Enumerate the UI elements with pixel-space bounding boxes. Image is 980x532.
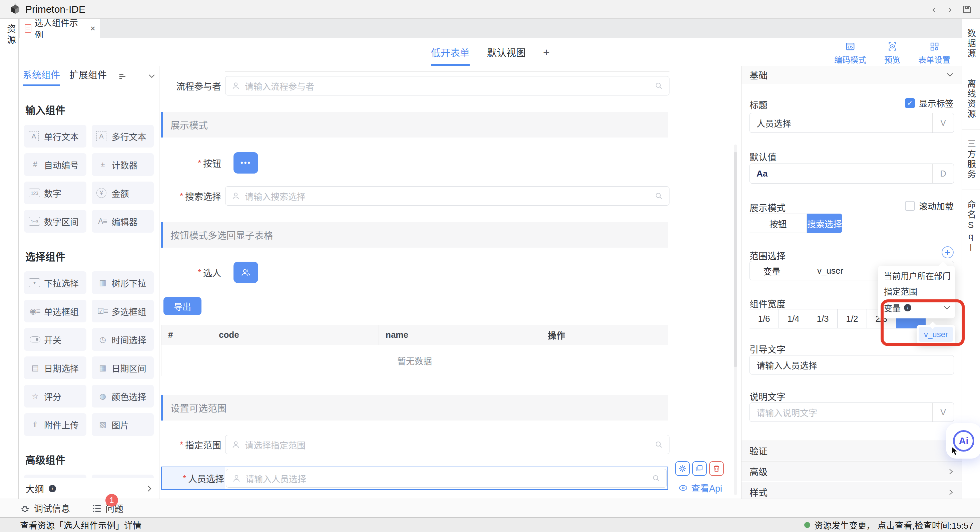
resources-rail-item[interactable]: 资源 <box>4 24 18 46</box>
add-range-button[interactable] <box>942 246 954 258</box>
component-card[interactable]: ¥ 金额 <box>92 182 154 204</box>
tab-extend-components[interactable]: 扩展组件 <box>69 66 107 86</box>
component-card[interactable]: 1~3 数字区间 <box>24 210 86 233</box>
person-input[interactable]: 请输入人员选择 <box>226 469 667 487</box>
component-card[interactable]: A 多行文本 <box>92 125 154 148</box>
dropdown-option[interactable]: 当前用户所在部门 <box>878 268 955 284</box>
component-icon: ☆ <box>29 392 41 401</box>
picker-dots-button[interactable]: ••• <box>234 152 258 174</box>
preview-eye-icon <box>887 41 897 51</box>
inspector-collapsed-section[interactable]: 验证 <box>741 441 962 461</box>
range-type-dropdown: 当前用户所在部门指定范围 变量 i <box>878 266 955 319</box>
nav-forward-icon[interactable]: › <box>943 2 957 17</box>
close-tab-icon[interactable]: × <box>91 23 95 34</box>
rail-item[interactable]: 数据源 <box>962 19 980 69</box>
default-value-input[interactable]: Aa D <box>749 164 954 183</box>
inspector-collapsed-section[interactable]: 高级 <box>741 461 962 482</box>
dropdown-option[interactable]: 指定范围 <box>878 284 955 300</box>
inspector-section-basic[interactable]: 基础 <box>741 66 962 84</box>
rail-item[interactable]: 三方服务 <box>962 129 980 190</box>
save-icon[interactable] <box>962 4 972 14</box>
scroll-load-checkbox[interactable]: 滚动加载 <box>905 199 954 212</box>
component-card[interactable]: ▥ 树形下拉 <box>92 271 154 294</box>
expression-toggle[interactable]: V <box>932 113 954 132</box>
component-card[interactable]: ⇧ 附件上传 <box>24 413 86 436</box>
range-input[interactable]: 请选择指定范围 <box>225 435 670 454</box>
section-header: 设置可选范围 <box>161 395 668 421</box>
outline-bar[interactable]: 大纲 i <box>19 478 159 499</box>
form-settings-button[interactable]: 表单设置 <box>918 41 950 65</box>
delete-field-button[interactable] <box>709 461 724 476</box>
section-title: 高级组件 <box>25 452 153 467</box>
column-header: 操作 <box>541 325 668 345</box>
segment-option[interactable]: 按钮 <box>749 213 807 233</box>
menu-icon[interactable] <box>119 73 126 80</box>
help-text-input[interactable]: 请输入说明文字 V <box>749 403 954 422</box>
component-card[interactable]: ◍ 颜色选择 <box>92 385 154 408</box>
guide-text-input[interactable]: 请输入人员选择 <box>749 355 954 374</box>
component-card[interactable]: ☑≡ 多选框组 <box>92 300 154 322</box>
title-input[interactable]: 人员选择 V <box>749 113 954 133</box>
component-card[interactable]: ◉≡ 单选框组 <box>24 300 86 322</box>
subtable-header: #codename操作 <box>161 325 668 345</box>
component-icon: ▦ <box>96 363 109 373</box>
variable-option-selected[interactable]: v_user <box>919 327 953 342</box>
field-settings-button[interactable] <box>675 461 690 476</box>
person-icon <box>232 474 241 483</box>
width-option[interactable]: 1/6 <box>749 309 779 328</box>
people-picker-button[interactable] <box>234 262 258 283</box>
search-select-input[interactable]: 请输入搜索选择 <box>225 186 670 205</box>
component-card[interactable]: 品 机构选择 <box>92 475 154 478</box>
debug-bar: 调试信息 问题 <box>0 499 980 517</box>
component-icon: 123 <box>29 189 40 197</box>
expression-toggle[interactable]: D <box>932 164 954 183</box>
file-tab[interactable]: 选人组件示例 × <box>20 19 100 38</box>
participant-input[interactable]: 请输入流程参与者 <box>225 76 670 96</box>
nav-back-icon[interactable]: ‹ <box>927 2 941 17</box>
expression-toggle[interactable]: V <box>932 403 954 422</box>
component-card[interactable]: ± 计数器 <box>92 153 154 176</box>
export-button[interactable]: 导出 <box>164 297 202 315</box>
component-card[interactable]: ▤ 日期选择 <box>24 357 86 379</box>
component-card[interactable]: A≡ 编辑器 <box>92 210 154 233</box>
field-label: *人员选择 <box>162 467 225 489</box>
collapse-panel-icon[interactable] <box>148 73 156 79</box>
component-card[interactable]: ☆ 评分 <box>24 385 86 408</box>
status-left-text[interactable]: 查看资源「选人组件示例」详情 <box>20 519 142 531</box>
show-label-checkbox[interactable]: ✓ 显示标签 <box>905 97 954 109</box>
view-tab[interactable]: 低开表单 <box>431 38 470 66</box>
copy-field-button[interactable] <box>692 461 707 476</box>
component-card[interactable]: ▧ 图片 <box>92 413 154 436</box>
view-tab[interactable]: 默认视图 <box>487 38 526 66</box>
view-api-link[interactable]: 查看Api <box>678 481 722 494</box>
component-card[interactable]: ◯ 人员选择 <box>24 475 86 478</box>
component-card[interactable]: 开关 <box>24 328 86 351</box>
component-card[interactable]: # 自动编号 <box>24 153 86 176</box>
component-card[interactable]: ◷ 时间选择 <box>92 328 154 351</box>
component-card[interactable]: A 单行文本 <box>24 125 86 148</box>
section-title: 选择组件 <box>25 248 153 263</box>
issues-count-badge: 1 <box>105 494 118 507</box>
toolbar-actions: 编码模式 预览 表单设置 <box>834 41 950 65</box>
chevron-right-icon[interactable] <box>146 484 153 493</box>
width-option[interactable]: 1/4 <box>779 309 808 328</box>
dropdown-option-variable[interactable]: 变量 i <box>878 300 955 316</box>
field-label: *指定范围 <box>159 435 221 454</box>
component-card[interactable]: ▾ 下拉选择 <box>24 271 86 294</box>
rail-item[interactable]: 离线资源 <box>962 69 980 129</box>
component-card[interactable]: 123 数字 <box>24 182 86 204</box>
tab-system-components[interactable]: 系统组件 <box>23 66 60 86</box>
rail-item[interactable]: 命名Sql <box>962 190 980 264</box>
view-tab[interactable]: + <box>543 38 550 66</box>
list-icon <box>92 504 102 512</box>
status-right[interactable]: 资源发生变更， 点击查看,检查时间:15:57 <box>804 519 973 531</box>
preview-button[interactable]: 预览 <box>884 41 900 65</box>
debug-info-button[interactable]: 调试信息 <box>21 502 70 514</box>
code-mode-button[interactable]: 编码模式 <box>834 41 866 65</box>
width-option[interactable]: 1/2 <box>838 309 867 328</box>
segment-option[interactable]: 搜索选择 <box>807 213 842 233</box>
component-card[interactable]: ▦ 日期区间 <box>92 357 154 379</box>
width-option[interactable]: 1/3 <box>808 309 838 328</box>
selected-field-person-picker[interactable]: *人员选择 请输入人员选择 <box>161 467 668 490</box>
canvas-scrollbar[interactable] <box>734 152 737 367</box>
